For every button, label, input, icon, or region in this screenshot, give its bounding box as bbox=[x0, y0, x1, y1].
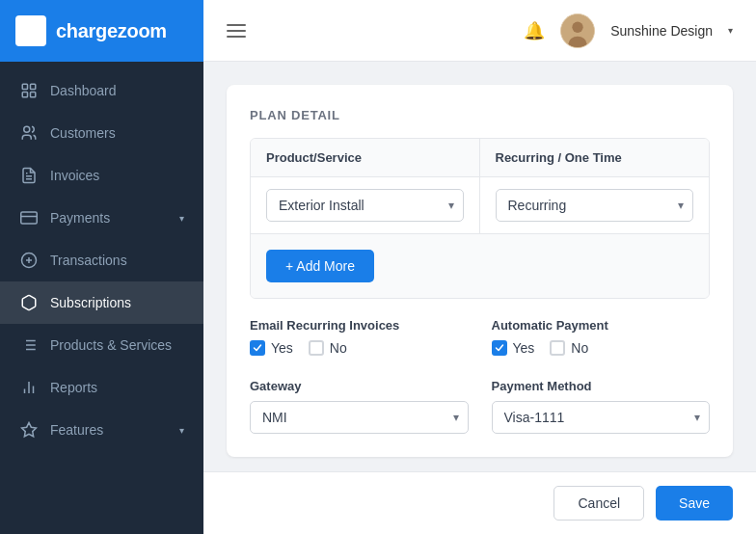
recurring-onetime-select[interactable]: Recurring One Time bbox=[496, 189, 694, 222]
add-more-button[interactable]: + Add More bbox=[266, 250, 374, 282]
logo-icon bbox=[15, 15, 46, 46]
gateway-select-wrapper: NMI Stripe Authorize.net ▾ bbox=[250, 401, 469, 434]
sidebar-item-label: Customers bbox=[50, 125, 184, 141]
sidebar-item-invoices[interactable]: Invoices bbox=[0, 154, 203, 197]
sidebar-item-label: Transactions bbox=[50, 253, 184, 268]
dashboard-icon bbox=[19, 81, 39, 100]
user-name: Sunshine Design bbox=[610, 23, 713, 39]
sidebar-item-label: Payments bbox=[50, 210, 168, 226]
reports-icon bbox=[19, 378, 39, 397]
email-recurring-yes-label: Yes bbox=[271, 340, 293, 356]
sidebar-logo: chargezoom bbox=[0, 0, 203, 62]
email-recurring-group: Email Recurring Invoices Yes No bbox=[250, 318, 469, 356]
payment-method-label: Payment Method bbox=[492, 379, 711, 393]
sidebar-item-features[interactable]: Features ▾ bbox=[0, 409, 203, 451]
footer: Cancel Save bbox=[203, 471, 756, 534]
gateway-group: Gateway NMI Stripe Authorize.net ▾ bbox=[250, 379, 469, 434]
email-recurring-label: Email Recurring Invoices bbox=[250, 318, 469, 333]
plan-detail-title: PLAN DETAIL bbox=[250, 108, 710, 122]
sidebar-item-label: Reports bbox=[50, 380, 184, 395]
automatic-payment-options: Yes No bbox=[492, 340, 711, 356]
email-recurring-no-checkbox[interactable] bbox=[309, 340, 324, 356]
nav-items: Dashboard Customers Invoices Payments ▾ bbox=[0, 62, 203, 534]
svg-rect-3 bbox=[32, 33, 40, 40]
transactions-icon bbox=[19, 251, 39, 270]
automatic-payment-group: Automatic Payment Yes No bbox=[492, 318, 711, 356]
subscriptions-icon bbox=[19, 293, 39, 312]
main-area: 🔔 Sunshine Design ▾ PLAN DETAIL Product/… bbox=[203, 0, 756, 534]
email-recurring-yes-checkbox[interactable] bbox=[250, 340, 265, 356]
automatic-payment-no-checkbox[interactable] bbox=[550, 340, 565, 356]
automatic-payment-no-label: No bbox=[571, 340, 588, 356]
col-header-recurring-onetime: Recurring / One Time bbox=[480, 139, 710, 176]
chevron-down-icon: ▾ bbox=[179, 213, 184, 224]
sidebar-item-label: Subscriptions bbox=[50, 295, 184, 310]
automatic-payment-yes[interactable]: Yes bbox=[492, 340, 535, 356]
automatic-payment-yes-label: Yes bbox=[513, 340, 535, 356]
products-icon bbox=[19, 335, 39, 355]
email-recurring-yes[interactable]: Yes bbox=[250, 340, 293, 356]
product-service-select-wrapper: Exterior Install Interior Install Servic… bbox=[266, 189, 464, 222]
email-recurring-options: Yes No bbox=[250, 340, 469, 356]
email-recurring-no-label: No bbox=[330, 340, 347, 356]
avatar bbox=[560, 13, 595, 48]
svg-rect-4 bbox=[22, 84, 27, 89]
automatic-payment-yes-checkbox[interactable] bbox=[492, 340, 507, 356]
payments-icon bbox=[19, 208, 39, 227]
header-left bbox=[227, 24, 246, 38]
plan-detail-card: PLAN DETAIL Product/Service Recurring / … bbox=[227, 85, 733, 457]
sidebar-item-label: Products & Services bbox=[50, 337, 184, 353]
form-section: Email Recurring Invoices Yes No bbox=[250, 318, 710, 434]
sidebar-item-transactions[interactable]: Transactions bbox=[0, 239, 203, 281]
email-recurring-no[interactable]: No bbox=[309, 340, 347, 356]
sidebar: chargezoom Dashboard Customers Invoices bbox=[0, 0, 203, 534]
recurring-onetime-cell: Recurring One Time ▾ bbox=[480, 177, 710, 233]
sidebar-item-reports[interactable]: Reports bbox=[0, 366, 203, 409]
save-button[interactable]: Save bbox=[656, 486, 733, 521]
notification-bell-icon[interactable]: 🔔 bbox=[524, 20, 545, 41]
automatic-payment-no[interactable]: No bbox=[550, 340, 588, 356]
gateway-select[interactable]: NMI Stripe Authorize.net bbox=[250, 401, 469, 434]
automatic-payment-label: Automatic Payment bbox=[492, 318, 711, 333]
svg-rect-7 bbox=[31, 93, 36, 97]
payment-method-select[interactable]: Visa-1111 Mastercard-2222 Amex-3333 bbox=[492, 401, 711, 434]
svg-rect-2 bbox=[22, 33, 30, 40]
features-icon bbox=[19, 420, 39, 440]
product-service-cell: Exterior Install Interior Install Servic… bbox=[251, 177, 480, 233]
svg-rect-6 bbox=[22, 93, 27, 97]
svg-marker-26 bbox=[22, 423, 37, 437]
invoices-icon bbox=[19, 166, 39, 185]
gateway-label: Gateway bbox=[250, 379, 469, 393]
payment-method-group: Payment Method Visa-1111 Mastercard-2222… bbox=[492, 379, 711, 434]
sidebar-item-label: Dashboard bbox=[50, 83, 184, 98]
sidebar-item-label: Features bbox=[50, 422, 168, 438]
plan-table: Product/Service Recurring / One Time Ext… bbox=[250, 138, 710, 299]
svg-rect-5 bbox=[31, 84, 36, 89]
recurring-onetime-select-wrapper: Recurring One Time ▾ bbox=[496, 189, 694, 222]
plan-table-row: Exterior Install Interior Install Servic… bbox=[251, 177, 709, 234]
add-more-row: + Add More bbox=[251, 234, 709, 298]
logo-text: chargezoom bbox=[56, 20, 167, 42]
svg-rect-12 bbox=[21, 212, 38, 224]
svg-point-28 bbox=[572, 21, 582, 32]
user-menu-chevron-icon[interactable]: ▾ bbox=[728, 25, 733, 36]
svg-rect-1 bbox=[32, 23, 40, 31]
chevron-down-icon: ▾ bbox=[179, 425, 184, 436]
svg-point-8 bbox=[24, 126, 30, 132]
col-header-product-service: Product/Service bbox=[251, 139, 480, 176]
sidebar-item-label: Invoices bbox=[50, 168, 184, 183]
header-right: 🔔 Sunshine Design ▾ bbox=[524, 13, 733, 48]
sidebar-item-customers[interactable]: Customers bbox=[0, 112, 203, 154]
menu-toggle-button[interactable] bbox=[227, 24, 246, 38]
cancel-button[interactable]: Cancel bbox=[554, 486, 644, 521]
sidebar-item-dashboard[interactable]: Dashboard bbox=[0, 69, 203, 112]
product-service-select[interactable]: Exterior Install Interior Install Servic… bbox=[266, 189, 464, 222]
payment-method-select-wrapper: Visa-1111 Mastercard-2222 Amex-3333 ▾ bbox=[492, 401, 711, 434]
plan-table-header: Product/Service Recurring / One Time bbox=[251, 139, 709, 177]
svg-rect-0 bbox=[22, 23, 30, 31]
customers-icon bbox=[19, 123, 39, 143]
sidebar-item-subscriptions[interactable]: Subscriptions bbox=[0, 281, 203, 324]
sidebar-item-products-services[interactable]: Products & Services bbox=[0, 324, 203, 366]
content-area: PLAN DETAIL Product/Service Recurring / … bbox=[203, 62, 756, 471]
sidebar-item-payments[interactable]: Payments ▾ bbox=[0, 197, 203, 239]
